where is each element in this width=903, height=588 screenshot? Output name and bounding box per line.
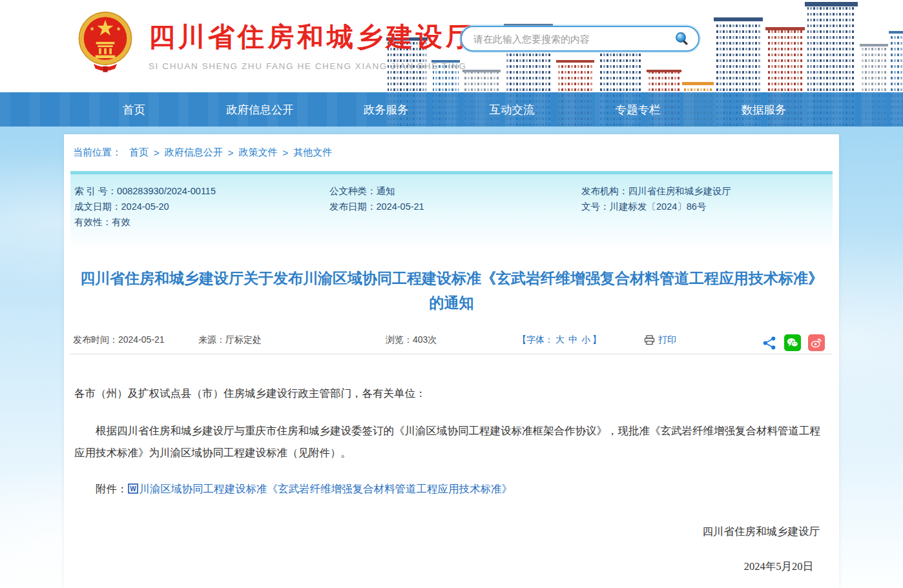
nav-item-home[interactable]: 首页 <box>71 92 197 127</box>
breadcrumb-separator: > <box>228 147 234 158</box>
breadcrumb-separator: > <box>283 147 289 158</box>
nav-item-interaction[interactable]: 互动交流 <box>449 92 575 127</box>
site-title: 四川省住房和城乡建设厅 <box>149 19 475 55</box>
article-body: 各市（州）及扩权试点县（市）住房城乡建设行政主管部门，各有关单位： 根据四川省住… <box>70 387 833 574</box>
attachment-link[interactable]: 川渝区域协同工程建设标准《玄武岩纤维增强复合材料管道工程应用技术标准》 <box>140 483 513 495</box>
print-button[interactable]: 打印 <box>644 334 676 346</box>
publish-time: 发布时间：2024-05-21 <box>73 334 165 346</box>
font-size-prefix: 【字体： <box>517 334 554 345</box>
meta-publish-date-value: 2024-05-21 <box>377 201 424 212</box>
meta-doc-type-label: 公文种类： <box>329 185 377 198</box>
meta-doc-number-label: 文号： <box>581 201 610 213</box>
publish-time-label: 发布时间： <box>73 334 118 345</box>
search-box <box>461 26 700 52</box>
article-source-value: 厅标定处 <box>225 334 262 345</box>
meta-validity-value: 有效 <box>112 216 130 228</box>
meta-written-date-value: 2024-05-20 <box>121 201 169 212</box>
salutation: 各市（州）及扩权试点县（市）住房城乡建设行政主管部门，各有关单位： <box>74 387 829 401</box>
font-size-medium-button[interactable]: 中 <box>568 334 577 345</box>
document-meta-panel: 索 引 号： 008283930/2024-00115 公文种类： 通知 发布机… <box>70 171 833 247</box>
article-meta-row: 发布时间：2024-05-21 来源：厅标定处 浏览：403次 【字体：大中小】… <box>70 332 833 350</box>
meta-index: 索 引 号： 008283930/2024-00115 <box>74 183 329 199</box>
meta-written-date-label: 成文日期： <box>74 201 121 213</box>
printer-icon <box>644 335 655 345</box>
content-card: 当前位置： 首页 > 政府信息公开 > 政策文件 > 其他文件 索 引 号： 0… <box>64 134 839 588</box>
breadcrumb: 当前位置： 首页 > 政府信息公开 > 政策文件 > 其他文件 <box>70 134 833 171</box>
meta-issuer: 发布机构： 四川省住房和城乡建设厅 <box>581 183 829 199</box>
meta-doc-number: 文号： 川建标发〔2024〕86号 <box>581 199 829 214</box>
page: 四川省住房和城乡建设厅 SI CHUAN SHENG ZHU FANG HE C… <box>0 0 903 588</box>
meta-publish-date-label: 发布日期： <box>329 201 377 213</box>
svg-text:W: W <box>130 485 136 492</box>
meta-publish-date: 发布日期： 2024-05-21 <box>329 199 581 214</box>
brand-text: 四川省住房和城乡建设厅 SI CHUAN SHENG ZHU FANG HE C… <box>149 10 475 71</box>
meta-index-label: 索 引 号： <box>74 185 117 198</box>
search-icon[interactable] <box>674 30 690 47</box>
breadcrumb-other-docs[interactable]: 其他文件 <box>293 147 332 159</box>
view-count: 浏览：403次 <box>386 334 437 346</box>
word-doc-icon: W <box>128 483 138 494</box>
publish-time-value: 2024-05-21 <box>118 334 165 345</box>
article-source: 来源：厅标定处 <box>198 334 262 346</box>
site-brand: 四川省住房和城乡建设厅 SI CHUAN SHENG ZHU FANG HE C… <box>76 10 475 72</box>
share-icon[interactable] <box>762 336 777 350</box>
font-size-widget: 【字体：大中小】 <box>517 334 601 346</box>
print-label: 打印 <box>658 334 676 346</box>
view-count-label: 浏览： <box>386 334 413 345</box>
article-source-label: 来源： <box>198 334 225 345</box>
meta-divider <box>70 354 833 354</box>
site-header: 四川省住房和城乡建设厅 SI CHUAN SHENG ZHU FANG HE C… <box>0 0 903 92</box>
font-size-small-button[interactable]: 小 <box>581 334 590 345</box>
search-input[interactable] <box>473 34 674 45</box>
meta-doc-number-value: 川建标发〔2024〕86号 <box>610 201 707 213</box>
body-paragraph: 根据四川省住房和城乡建设厅与重庆市住房和城乡建设委签订的《川渝区域协同工程建设标… <box>74 420 829 464</box>
article-title: 四川省住房和城乡建设厅关于发布川渝区域协同工程建设标准《玄武岩纤维增强复合材料管… <box>77 266 826 315</box>
breadcrumb-location-label: 当前位置： <box>73 147 121 159</box>
main-nav-items: 首页 政府信息公开 政务服务 互动交流 专题专栏 数据服务 <box>71 92 827 127</box>
signature-org: 四川省住房和城乡建设厅 <box>74 525 829 539</box>
view-count-value: 403次 <box>413 334 437 345</box>
font-size-suffix: 】 <box>592 334 601 345</box>
breadcrumb-home[interactable]: 首页 <box>129 147 149 159</box>
meta-validity-label: 有效性： <box>74 216 112 228</box>
main-nav: 首页 政府信息公开 政务服务 互动交流 专题专栏 数据服务 <box>0 92 903 127</box>
meta-issuer-label: 发布机构： <box>581 185 628 198</box>
national-emblem-logo <box>76 10 134 72</box>
nav-item-info-public[interactable]: 政府信息公开 <box>197 92 323 127</box>
breadcrumb-info-public[interactable]: 政府信息公开 <box>165 147 223 159</box>
nav-item-data[interactable]: 数据服务 <box>701 92 827 127</box>
breadcrumb-separator: > <box>154 147 160 158</box>
wechat-share-icon[interactable] <box>784 334 801 351</box>
meta-validity: 有效性： 有效 <box>74 214 329 230</box>
attachment-line: 附件：W川渝区域协同工程建设标准《玄武岩纤维增强复合材料管道工程应用技术标准》 <box>74 482 829 496</box>
site-subtitle-pinyin: SI CHUAN SHENG ZHU FANG HE CHENG XIANG J… <box>149 61 475 71</box>
meta-doc-type: 公文种类： 通知 <box>329 183 581 199</box>
meta-doc-type-value: 通知 <box>377 185 395 198</box>
weibo-share-icon[interactable] <box>808 334 825 351</box>
meta-written-date: 成文日期： 2024-05-20 <box>74 199 329 214</box>
nav-item-topics[interactable]: 专题专栏 <box>575 92 701 127</box>
breadcrumb-policy-docs[interactable]: 政策文件 <box>239 147 278 159</box>
attachment-label: 附件： <box>96 483 128 495</box>
nav-item-services[interactable]: 政务服务 <box>323 92 449 127</box>
meta-issuer-value: 四川省住房和城乡建设厅 <box>628 185 732 198</box>
font-size-large-button[interactable]: 大 <box>555 334 565 345</box>
meta-index-value: 008283930/2024-00115 <box>117 186 216 196</box>
signature-date: 2024年5月20日 <box>74 560 829 574</box>
share-bar <box>762 334 825 351</box>
